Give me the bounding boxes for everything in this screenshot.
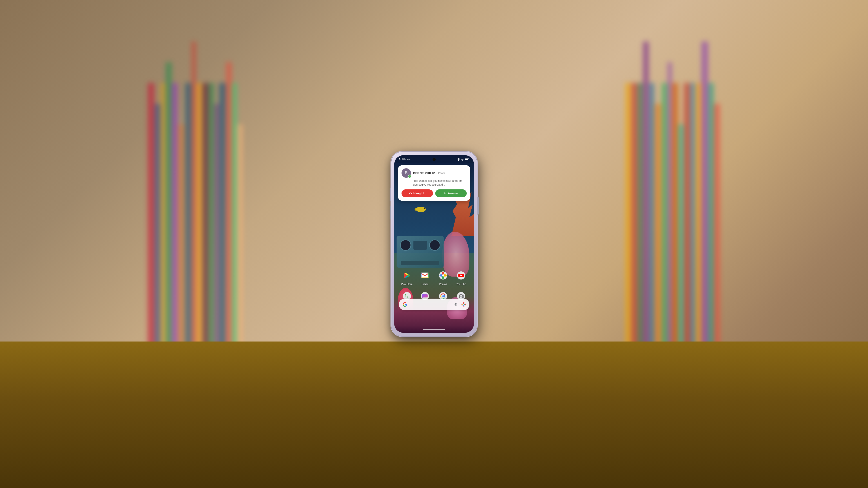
hangup-label: Hang Up: [413, 192, 425, 195]
call-notification: B BERNE PHILIP · Phone "Hi I want to se: [398, 165, 470, 201]
youtube-icon-circle: [455, 269, 467, 282]
caller-badge: [408, 174, 411, 178]
signal-icon: [461, 158, 464, 161]
fish-yellow: [414, 206, 427, 213]
gmail-label: Gmail: [422, 283, 428, 285]
answer-label: Answer: [448, 192, 458, 195]
svg-point-29: [442, 295, 444, 297]
phone-status-icon: [399, 158, 402, 161]
home-indicator[interactable]: [423, 329, 445, 330]
answer-phone-icon: [443, 192, 446, 195]
svg-point-20: [442, 274, 444, 276]
svg-rect-9: [465, 159, 468, 160]
play-store-svg: [403, 272, 411, 279]
svg-point-4: [416, 207, 426, 212]
svg-rect-8: [469, 159, 469, 160]
photos-label: Photos: [439, 283, 447, 285]
search-mic-icon[interactable]: [454, 302, 458, 307]
gmail-svg: [421, 272, 429, 279]
status-app-label: Phone: [402, 158, 410, 161]
battery-icon: [465, 158, 469, 161]
svg-marker-5: [414, 207, 416, 212]
photos-icon-circle: [437, 269, 449, 282]
hangup-icon: [409, 192, 412, 195]
caller-name: BERNE PHILIP: [413, 171, 435, 175]
gmail-icon-circle: [419, 269, 431, 282]
answer-button[interactable]: Answer: [435, 189, 467, 197]
svg-point-6: [424, 208, 425, 209]
status-left: Phone: [399, 158, 410, 161]
caller-avatar: B: [402, 168, 411, 178]
youtube-label: YouTube: [456, 283, 466, 285]
caller-initial: B: [405, 171, 408, 175]
youtube-svg: [457, 271, 465, 280]
call-header: B BERNE PHILIP · Phone: [402, 168, 467, 178]
camera-notch: [433, 158, 436, 161]
play-store-icon-circle: [401, 269, 413, 282]
call-actions: Hang Up Answer: [402, 189, 467, 197]
status-right: [457, 158, 469, 161]
search-lens-icon[interactable]: [461, 302, 466, 307]
app-icon-photos[interactable]: Photos: [437, 269, 449, 285]
boombox: [397, 236, 444, 268]
app-grid-row1: Play Store Gmail: [394, 269, 474, 289]
wifi-icon: [457, 158, 460, 161]
app-icon-youtube[interactable]: YouTube: [455, 269, 467, 285]
call-source: Phone: [438, 172, 445, 174]
svg-point-32: [460, 296, 462, 297]
app-row-1: Play Store Gmail: [398, 269, 470, 285]
photos-svg: [439, 271, 447, 280]
call-message: "Hi I want to sell you some insur-ance I…: [402, 179, 467, 187]
hang-up-button[interactable]: Hang Up: [402, 189, 433, 197]
app-icon-play-store[interactable]: Play Store: [401, 269, 413, 285]
phone-screen: Phone: [394, 155, 474, 333]
search-bar[interactable]: [399, 299, 469, 310]
play-store-label: Play Store: [401, 283, 412, 285]
app-icon-gmail[interactable]: Gmail: [419, 269, 431, 285]
caller-info: BERNE PHILIP · Phone: [413, 171, 467, 175]
table-surface: [0, 341, 868, 488]
google-logo: [402, 302, 407, 307]
phone-device: Phone: [392, 152, 477, 336]
